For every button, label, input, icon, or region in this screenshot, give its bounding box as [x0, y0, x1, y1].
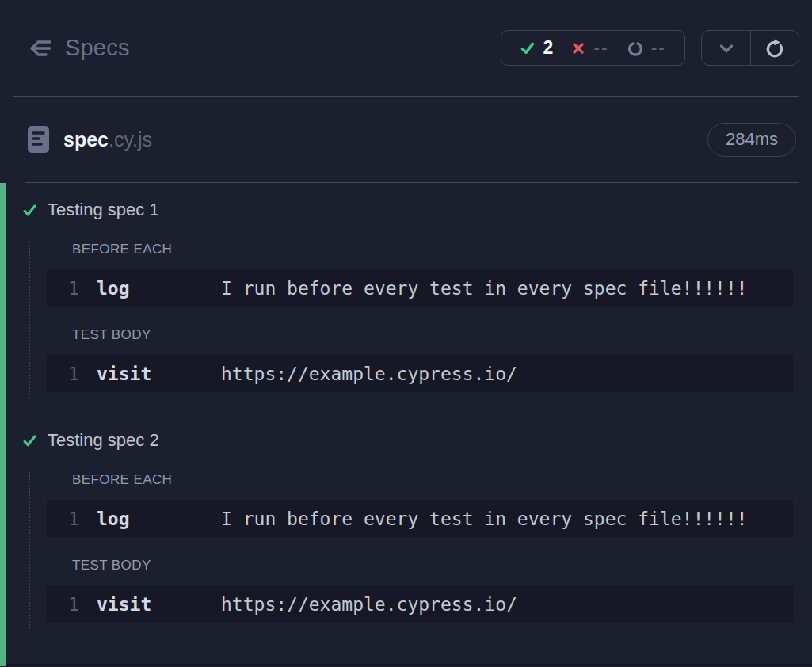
command-name: log: [97, 509, 221, 529]
test-block-1: Testing spec 1 BEFORE EACH 1 log I run b…: [0, 196, 812, 398]
spec-file-header: spec.cy.js 284ms: [25, 97, 799, 183]
spec-filename-base: spec: [63, 128, 109, 151]
spec-filename: spec.cy.js: [63, 128, 152, 151]
command-row-log[interactable]: 1 log I run before every test in every s…: [47, 500, 793, 537]
refresh-icon: [764, 38, 785, 59]
section-label-before-each: BEFORE EACH: [72, 242, 812, 257]
failed-x-icon: [571, 41, 585, 55]
section-label-test-body: TEST BODY: [72, 558, 812, 574]
command-name: log: [97, 278, 221, 299]
section-label-before-each: BEFORE EACH: [72, 472, 812, 488]
failed-count: --: [593, 37, 608, 59]
test-content: BEFORE EACH 1 log I run before every tes…: [29, 242, 812, 398]
test-passed-check-icon: [22, 203, 37, 218]
collapse-all-button[interactable]: [702, 31, 750, 65]
page-title: Specs: [65, 35, 130, 61]
pending-circle-icon: [627, 40, 643, 56]
stat-pending: --: [627, 37, 666, 59]
command-number: 1: [47, 364, 97, 384]
command-row-log[interactable]: 1 log I run before every test in every s…: [47, 269, 793, 307]
command-name: visit: [97, 594, 221, 615]
runnables-container: Testing spec 1 BEFORE EACH 1 log I run b…: [0, 183, 812, 666]
passed-count: 2: [543, 37, 554, 59]
test-title-row[interactable]: Testing spec 2: [0, 427, 812, 454]
test-title-row[interactable]: Testing spec 1: [0, 196, 812, 223]
bottom-edge: [6, 664, 812, 666]
command-message: https://example.cypress.io/: [221, 364, 517, 384]
specs-list-back-icon: [25, 36, 52, 60]
spec-file-icon: [27, 124, 50, 154]
command-number: 1: [47, 509, 97, 529]
test-content: BEFORE EACH 1 log I run before every tes…: [29, 472, 812, 629]
command-number: 1: [47, 278, 97, 299]
command-message: I run before every test in every spec fi…: [221, 509, 748, 529]
spec-filename-extension: .cy.js: [109, 128, 152, 151]
command-name: visit: [97, 364, 221, 384]
passed-check-icon: [520, 40, 536, 56]
command-message: I run before every test in every spec fi…: [221, 278, 748, 299]
stat-failed: --: [571, 37, 608, 59]
chevron-down-icon: [717, 39, 736, 58]
command-message: https://example.cypress.io/: [221, 594, 517, 615]
command-row-visit[interactable]: 1 visit https://example.cypress.io/: [47, 355, 793, 392]
test-title: Testing spec 1: [48, 200, 159, 220]
back-to-specs-button[interactable]: [25, 36, 52, 60]
test-block-2: Testing spec 2 BEFORE EACH 1 log I run b…: [0, 427, 812, 629]
cypress-reporter: Specs 2 -: [0, 0, 812, 667]
reporter-header: Specs 2 -: [13, 0, 799, 97]
test-passed-check-icon: [22, 433, 37, 448]
pending-count: --: [651, 37, 666, 59]
pass-status-bar: [0, 183, 6, 666]
rerun-tests-button[interactable]: [750, 31, 799, 65]
spec-duration-badge: 284ms: [707, 123, 796, 157]
section-label-test-body: TEST BODY: [72, 327, 812, 343]
command-number: 1: [47, 594, 97, 615]
stat-passed: 2: [520, 37, 554, 59]
command-row-visit[interactable]: 1 visit https://example.cypress.io/: [47, 585, 793, 623]
run-stats: 2 -- --: [501, 30, 685, 66]
test-title: Testing spec 2: [48, 430, 159, 451]
header-button-group: [701, 30, 799, 66]
